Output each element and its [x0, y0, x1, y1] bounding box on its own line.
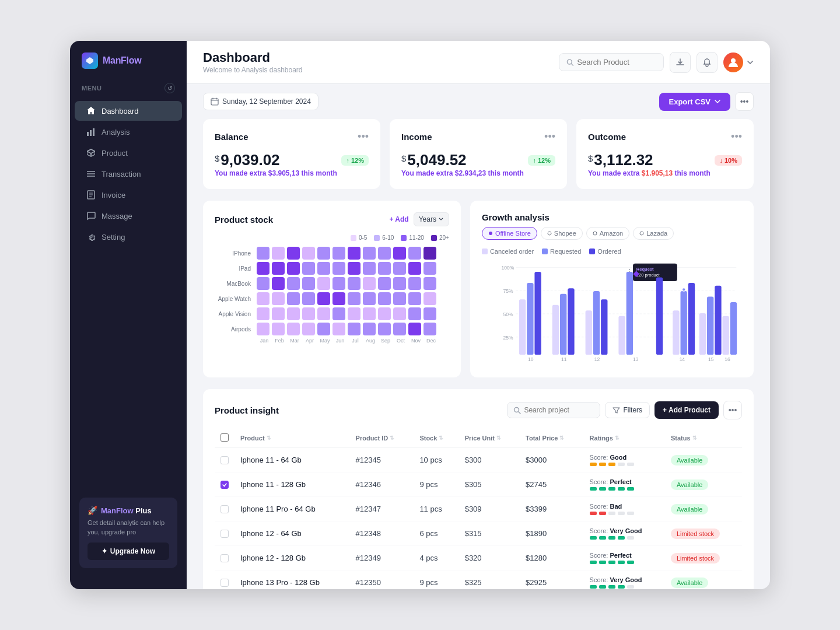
heatmap-cell[interactable] — [287, 262, 300, 275]
heatmap-cell[interactable] — [408, 292, 421, 305]
heatmap-cell[interactable] — [317, 307, 330, 320]
heatmap-cell[interactable] — [332, 292, 345, 305]
heatmap-cell[interactable] — [363, 262, 376, 275]
heatmap-cell[interactable] — [408, 323, 421, 335]
heatmap-cell[interactable] — [287, 277, 300, 290]
heatmap-cell[interactable] — [363, 292, 376, 305]
heatmap-cell[interactable] — [272, 323, 285, 335]
heatmap-cell[interactable] — [378, 307, 391, 320]
sidebar-item-setting[interactable]: Setting — [75, 227, 182, 247]
heatmap-cell[interactable] — [424, 307, 436, 320]
heatmap-cell[interactable] — [272, 247, 285, 260]
heatmap-cell[interactable] — [424, 262, 436, 275]
heatmap-cell[interactable] — [302, 247, 315, 260]
user-avatar-button[interactable] — [723, 52, 754, 72]
outcome-more-button[interactable]: ••• — [731, 131, 742, 143]
heatmap-cell[interactable] — [332, 307, 345, 320]
sidebar-item-dashboard[interactable]: Dashboard — [75, 101, 182, 121]
row-checkbox[interactable] — [220, 554, 229, 562]
heatmap-cell[interactable] — [257, 323, 270, 335]
upgrade-button[interactable]: ✦ Upgrade Now — [88, 542, 169, 560]
heatmap-cell[interactable] — [317, 262, 330, 275]
heatmap-cell[interactable] — [424, 247, 436, 260]
heatmap-cell[interactable] — [287, 323, 300, 335]
heatmap-cell[interactable] — [302, 307, 315, 320]
heatmap-cell[interactable] — [332, 262, 345, 275]
heatmap-cell[interactable] — [408, 307, 421, 320]
heatmap-cell[interactable] — [332, 323, 345, 335]
row-checkbox[interactable] — [220, 456, 229, 464]
heatmap-cell[interactable] — [363, 323, 376, 335]
add-product-button[interactable]: + Add Product — [654, 401, 719, 419]
heatmap-cell[interactable] — [348, 262, 360, 275]
sidebar-item-product[interactable]: Product — [75, 143, 182, 163]
heatmap-cell[interactable] — [302, 277, 315, 290]
heatmap-cell[interactable] — [348, 292, 360, 305]
heatmap-cell[interactable] — [363, 277, 376, 290]
heatmap-cell[interactable] — [272, 262, 285, 275]
heatmap-cell[interactable] — [363, 247, 376, 260]
years-dropdown[interactable]: Years — [414, 212, 449, 226]
heatmap-cell[interactable] — [378, 323, 391, 335]
store-tab-lazada[interactable]: Lazada — [633, 227, 674, 240]
select-all-checkbox[interactable] — [220, 433, 229, 442]
heatmap-cell[interactable] — [257, 277, 270, 290]
search-input[interactable] — [577, 58, 656, 66]
heatmap-cell[interactable] — [302, 262, 315, 275]
heatmap-cell[interactable] — [257, 307, 270, 320]
income-more-button[interactable]: ••• — [544, 131, 555, 143]
heatmap-cell[interactable] — [378, 247, 391, 260]
heatmap-cell[interactable] — [317, 323, 330, 335]
heatmap-cell[interactable] — [393, 277, 406, 290]
more-options-button[interactable]: ••• — [735, 92, 754, 111]
heatmap-cell[interactable] — [363, 307, 376, 320]
filter-button[interactable]: Filters — [605, 402, 650, 418]
heatmap-cell[interactable] — [257, 247, 270, 260]
sidebar-item-invoice[interactable]: Invoice — [75, 185, 182, 205]
heatmap-cell[interactable] — [257, 262, 270, 275]
heatmap-cell[interactable] — [393, 323, 406, 335]
sidebar-item-analysis[interactable]: Analysis — [75, 122, 182, 142]
row-checkbox[interactable] — [220, 579, 229, 587]
heatmap-cell[interactable] — [424, 323, 436, 335]
heatmap-cell[interactable] — [393, 307, 406, 320]
balance-more-button[interactable]: ••• — [358, 131, 369, 143]
download-button[interactable] — [670, 52, 691, 73]
heatmap-cell[interactable] — [348, 307, 360, 320]
heatmap-cell[interactable] — [272, 292, 285, 305]
export-csv-button[interactable]: Export CSV — [659, 93, 730, 111]
search-project-input[interactable] — [524, 406, 594, 414]
heatmap-cell[interactable] — [257, 292, 270, 305]
heatmap-cell[interactable] — [348, 277, 360, 290]
sidebar-item-transaction[interactable]: Transaction — [75, 164, 182, 184]
row-checkbox[interactable] — [220, 481, 229, 489]
row-checkbox[interactable] — [220, 530, 229, 538]
heatmap-cell[interactable] — [287, 307, 300, 320]
heatmap-cell[interactable] — [317, 247, 330, 260]
insight-more-button[interactable]: ••• — [723, 401, 742, 419]
heatmap-cell[interactable] — [317, 292, 330, 305]
heatmap-cell[interactable] — [317, 277, 330, 290]
store-tab-amazon[interactable]: Amazon — [586, 227, 629, 240]
heatmap-cell[interactable] — [287, 247, 300, 260]
heatmap-cell[interactable] — [424, 277, 436, 290]
heatmap-cell[interactable] — [393, 262, 406, 275]
heatmap-cell[interactable] — [408, 247, 421, 260]
heatmap-cell[interactable] — [287, 292, 300, 305]
heatmap-cell[interactable] — [393, 292, 406, 305]
store-tab-offline[interactable]: Offline Store — [482, 227, 537, 240]
heatmap-cell[interactable] — [378, 262, 391, 275]
row-checkbox[interactable] — [220, 505, 229, 513]
heatmap-cell[interactable] — [378, 292, 391, 305]
heatmap-cell[interactable] — [302, 292, 315, 305]
heatmap-cell[interactable] — [393, 247, 406, 260]
heatmap-cell[interactable] — [408, 277, 421, 290]
store-tab-shopee[interactable]: Shopee — [541, 227, 583, 240]
heatmap-cell[interactable] — [272, 277, 285, 290]
heatmap-cell[interactable] — [332, 247, 345, 260]
heatmap-cell[interactable] — [272, 307, 285, 320]
add-button[interactable]: + Add — [389, 215, 408, 223]
sidebar-item-massage[interactable]: Massage — [75, 206, 182, 226]
heatmap-cell[interactable] — [424, 292, 436, 305]
heatmap-cell[interactable] — [348, 247, 360, 260]
